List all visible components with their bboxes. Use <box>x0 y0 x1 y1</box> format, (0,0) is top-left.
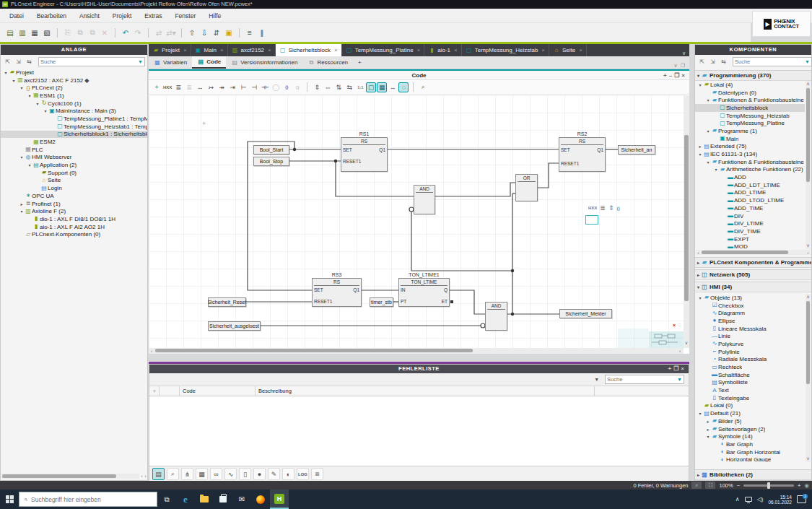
expander-icon[interactable]: ▾ <box>705 97 711 103</box>
log-tool-icon[interactable]: LOG <box>297 468 309 480</box>
insert-mode-icon[interactable]: ＋ <box>152 82 162 92</box>
mail-icon[interactable]: ✉ <box>232 490 251 509</box>
panel-tool-icon[interactable]: ▯ <box>239 468 251 480</box>
tree-item[interactable]: ▾ {} PLCnext (2) <box>1 84 147 92</box>
image-tool-icon[interactable]: ▦ <box>196 468 208 480</box>
expander-icon[interactable]: ▾ <box>19 155 25 160</box>
connection-branch-icon[interactable]: ↣ <box>206 82 216 92</box>
expander-icon[interactable]: ▸ <box>19 201 25 206</box>
collapse-horizontal-icon[interactable]: ⇆ <box>344 82 354 92</box>
komponenten-search-input[interactable] <box>735 58 805 65</box>
document-tab[interactable]: ▥ axcf2152 <box>228 44 276 56</box>
var-box[interactable]: Sicherheit_Melder <box>559 309 612 318</box>
tree-item[interactable]: ▾ ◍ HMI Webserver <box>1 154 147 162</box>
float-window-icon[interactable]: ❐ <box>681 63 689 69</box>
tree-item[interactable]: ∿ Diagramm <box>695 309 805 317</box>
fb-block-or[interactable]: OR <box>515 174 538 201</box>
zoom-icon[interactable]: ⌕ <box>418 82 428 92</box>
tree-item[interactable]: ▾ ▰ Projekt <box>1 69 147 77</box>
link-tool-icon[interactable]: ∞ <box>210 468 222 480</box>
tree-item[interactable]: ▬ DIV_TIME <box>695 227 805 235</box>
tree-item[interactable]: ▤ Symbolliste <box>695 379 805 387</box>
zoom-out-icon[interactable]: − <box>737 482 740 489</box>
tree-item[interactable]: ▯ Texteingabe <box>695 394 805 402</box>
sync-selection-icon[interactable]: ⇆ <box>25 57 34 66</box>
maximize-icon[interactable]: ❐ <box>674 72 681 79</box>
column-header-beschreibung[interactable]: Beschreibung <box>256 386 595 396</box>
tree-item[interactable]: ▸ ▰ Bilder (5) <box>695 417 805 425</box>
sync-controller-icon[interactable]: ⇵ <box>211 27 222 38</box>
tree-item[interactable]: ▬ ADD_LTIME <box>695 189 805 197</box>
var-box[interactable]: Sicherheit_Reset <box>208 297 246 307</box>
tree-item[interactable]: ▢ TempMessung_Heizstab1 : TempMessung_He… <box>1 123 147 131</box>
read-from-controller-icon[interactable]: ⇩ <box>198 27 210 38</box>
close-icon[interactable] <box>579 47 582 53</box>
close-icon[interactable] <box>268 47 271 53</box>
tree-item[interactable]: ▾ ▰ Lokal (4) <box>695 81 805 89</box>
connection-icon[interactable]: ↔ <box>195 82 205 92</box>
tree-item[interactable]: ▾ ▰ Objekte (13) <box>695 294 805 302</box>
sync-selection-icon[interactable]: ⇆ <box>719 57 728 66</box>
hmi-vscrollbar[interactable] <box>806 294 811 462</box>
close-icon[interactable] <box>334 47 338 53</box>
tree-item[interactable]: ⌐ Polylinie <box>695 348 805 356</box>
store-icon[interactable] <box>214 490 232 509</box>
expander-icon[interactable]: ▾ <box>43 108 48 113</box>
tree-item[interactable]: ▾ ▤ Application (2) <box>1 161 147 169</box>
fit-view-icon[interactable]: ⛶ <box>705 482 715 489</box>
expander-icon[interactable]: ▾ <box>11 78 17 83</box>
expander-icon[interactable]: ▾ <box>27 162 32 168</box>
connection-cross-icon[interactable]: ↠ <box>217 82 227 92</box>
tree-item[interactable]: ▬ Schaltfläche <box>695 371 805 379</box>
tree-item[interactable]: ▬ MOD <box>695 243 805 249</box>
tab-overflow-icon[interactable] <box>678 51 689 56</box>
editor-subtab[interactable]: + <box>353 56 367 69</box>
edit-tool-icon[interactable]: ✎ <box>268 468 280 480</box>
selection-rect[interactable] <box>585 215 598 225</box>
close-icon[interactable] <box>454 47 458 53</box>
menu-item[interactable]: Bearbeiten <box>30 9 73 23</box>
pin-icon[interactable]: + <box>663 72 669 79</box>
tree-item[interactable]: ▾ ▰ Programme (1) <box>695 127 805 135</box>
tree-item[interactable]: ◐ Bar Graph <box>695 440 805 448</box>
redo-icon[interactable]: ↷ <box>132 27 144 38</box>
expander-icon[interactable]: ▾ <box>19 85 25 90</box>
lasso-icon[interactable]: ◌ <box>398 82 409 92</box>
tree-item[interactable]: A Text <box>695 386 805 394</box>
edge-icon[interactable]: e <box>176 490 195 509</box>
tree-item[interactable]: ▢ Sicherheitsblock1 : Sicherheitsblock <box>1 131 147 139</box>
pin-icon[interactable]: + <box>668 365 673 372</box>
canvas-vscrollbar[interactable] <box>684 95 689 348</box>
tree-item[interactable]: ▾ ▰ Symbole (14) <box>695 432 805 440</box>
tree-item[interactable]: ▬ DIV_LTIME <box>695 219 805 227</box>
document-tab[interactable]: ▢ TempMessung_Platine <box>342 44 425 56</box>
var-box[interactable]: Bool_Start <box>253 145 289 155</box>
document-tab[interactable]: ▣ Main <box>191 44 228 56</box>
tree-item[interactable]: ▰ Datentypen (0) <box>695 89 805 97</box>
lock-icon[interactable]: ▣ <box>223 27 235 38</box>
section-bibliotheken[interactable]: ▥ Bibliotheken (2) <box>695 469 811 480</box>
start-icon[interactable]: ≡ <box>244 27 256 38</box>
anlage-hscrollbar[interactable] <box>1 474 139 479</box>
tree-item[interactable]: ◔ Radiale Messskala <box>695 356 805 364</box>
undo-icon[interactable]: ↶ <box>120 27 131 38</box>
document-tab[interactable]: ▮ aio-1 <box>424 44 461 56</box>
section-netzwerk[interactable]: ◫ Netzwerk (505) <box>695 269 811 280</box>
tree-item[interactable]: ▭ Rechteck <box>695 363 805 371</box>
pause-icon[interactable]: ∥ <box>256 27 268 38</box>
tree-item[interactable]: ▾ ▦ ESM1 (1) <box>1 92 147 100</box>
expander-icon[interactable]: ▸ <box>697 144 703 149</box>
taskbar-search[interactable]: ⌕ <box>19 492 157 507</box>
user-lock-icon[interactable]: ◉ <box>804 482 809 489</box>
package-tool-icon[interactable]: ⧈ <box>311 468 323 480</box>
close-icon[interactable] <box>417 47 421 53</box>
fbd-canvas[interactable]: RS1 RS SET RESET1 Q1 RS2 RS SET RESET1 Q… <box>149 95 684 348</box>
task-view-button[interactable]: ⧉ <box>157 490 176 509</box>
tree-item[interactable]: ▢ TempMessung_Platine1 : TempMessung_Pla… <box>1 115 147 123</box>
new-project-icon[interactable]: ▤ <box>4 27 16 38</box>
taskbar-search-input[interactable] <box>31 496 152 503</box>
tree-item[interactable]: ▬ EXPT <box>695 235 805 243</box>
fb-block-and2[interactable]: AND <box>485 302 507 331</box>
tree-item[interactable]: ▣ Main <box>695 135 805 143</box>
column-header-code[interactable]: Code <box>180 386 256 396</box>
